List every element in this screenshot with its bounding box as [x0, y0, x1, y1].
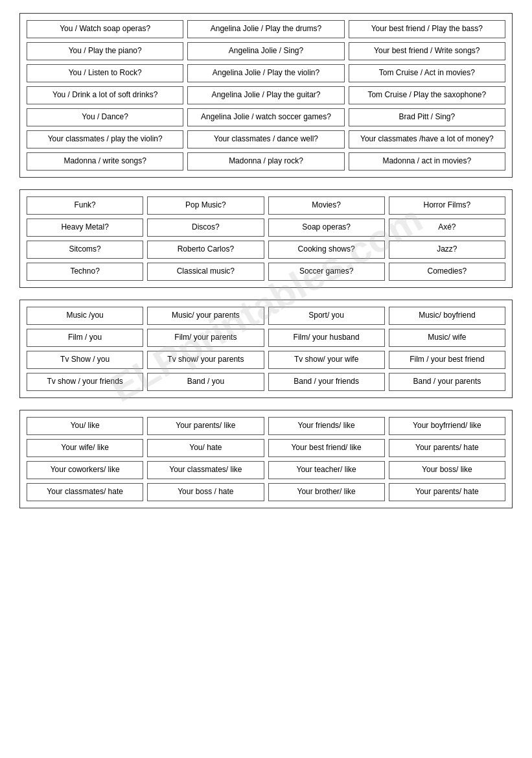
cell-section1-2-1: Angelina Jolie / Play the violin?	[187, 64, 344, 82]
section4-grid: You/ likeYour parents/ likeYour friends/…	[27, 417, 505, 501]
section-4: You/ likeYour parents/ likeYour friends/…	[19, 410, 513, 508]
cell-section1-1-1: Angelina Jolie / Sing?	[187, 42, 344, 60]
section2-grid: Funk?Pop Music?Movies?Horror Films?Heavy…	[27, 196, 505, 281]
cell-section3-3-2: Band / your friends	[268, 373, 385, 391]
cell-section2-1-0: Heavy Metal?	[27, 219, 143, 237]
cell-section4-2-0: Your coworkers/ like	[27, 461, 143, 479]
cell-section1-4-2: Brad Pitt / Sing?	[349, 108, 505, 126]
cell-section1-3-1: Angelina Jolie / Play the guitar?	[187, 86, 344, 104]
section3-grid: Music /youMusic/ your parentsSport/ youM…	[27, 307, 505, 391]
section-2: Funk?Pop Music?Movies?Horror Films?Heavy…	[19, 189, 513, 288]
cell-section4-2-1: Your classmates/ like	[147, 461, 264, 479]
section-1: You / Watch soap operas?Angelina Jolie /…	[19, 13, 513, 178]
cell-section2-2-3: Jazz?	[389, 241, 505, 259]
cell-section2-2-0: Sitcoms?	[27, 241, 143, 259]
cell-section4-2-2: Your teacher/ like	[268, 461, 385, 479]
cell-section3-1-3: Music/ wife	[389, 329, 505, 347]
cell-section4-3-2: Your brother/ like	[268, 483, 385, 501]
cell-section4-2-3: Your boss/ like	[389, 461, 505, 479]
cell-section3-1-1: Film/ your parents	[147, 329, 264, 347]
cell-section3-1-0: Film / you	[27, 329, 143, 347]
cell-section1-5-1: Your classmates / dance well?	[187, 130, 344, 148]
cell-section1-4-0: You / Dance?	[27, 108, 183, 126]
cell-section2-1-2: Soap operas?	[268, 219, 385, 237]
cell-section4-3-3: Your parents/ hate	[389, 483, 505, 501]
cell-section2-1-3: Axé?	[389, 219, 505, 237]
cell-section1-4-1: Angelina Jolie / watch soccer games?	[187, 108, 344, 126]
cell-section3-3-1: Band / you	[147, 373, 264, 391]
cell-section4-0-0: You/ like	[27, 417, 143, 435]
cell-section2-3-2: Soccer games?	[268, 263, 385, 281]
cell-section4-3-0: Your classmates/ hate	[27, 483, 143, 501]
cell-section1-2-0: You / Listen to Rock?	[27, 64, 183, 82]
cell-section4-1-0: Your wife/ like	[27, 439, 143, 457]
cell-section1-6-0: Madonna / write songs?	[27, 152, 183, 171]
cell-section1-2-2: Tom Cruise / Act in movies?	[349, 64, 505, 82]
cell-section3-0-3: Music/ boyfriend	[389, 307, 505, 325]
cell-section3-2-1: Tv show/ your parents	[147, 351, 264, 369]
cell-section1-0-0: You / Watch soap operas?	[27, 20, 183, 38]
cell-section2-2-2: Cooking shows?	[268, 241, 385, 259]
cell-section3-0-0: Music /you	[27, 307, 143, 325]
cell-section1-1-2: Your best friend / Write songs?	[349, 42, 505, 60]
cell-section2-0-0: Funk?	[27, 196, 143, 215]
cell-section1-5-0: Your classmates / play the violin?	[27, 130, 183, 148]
cell-section3-2-2: Tv show/ your wife	[268, 351, 385, 369]
cell-section4-1-2: Your best friend/ like	[268, 439, 385, 457]
cell-section1-6-1: Madonna / play rock?	[187, 152, 344, 171]
cell-section1-3-0: You / Drink a lot of soft drinks?	[27, 86, 183, 104]
cell-section2-0-1: Pop Music?	[147, 196, 264, 215]
cell-section2-0-2: Movies?	[268, 196, 385, 215]
cell-section3-2-0: Tv Show / you	[27, 351, 143, 369]
cell-section2-3-0: Techno?	[27, 263, 143, 281]
cell-section4-0-3: Your boyfrriend/ like	[389, 417, 505, 435]
cell-section1-0-2: Your best friend / Play the bass?	[349, 20, 505, 38]
cell-section3-0-1: Music/ your parents	[147, 307, 264, 325]
cell-section1-6-2: Madonna / act in movies?	[349, 152, 505, 171]
cell-section3-2-3: Film / your best friend	[389, 351, 505, 369]
section-3: Music /youMusic/ your parentsSport/ youM…	[19, 300, 513, 398]
cell-section3-0-2: Sport/ you	[268, 307, 385, 325]
cell-section2-3-1: Classical music?	[147, 263, 264, 281]
cell-section2-0-3: Horror Films?	[389, 196, 505, 215]
cell-section3-1-2: Film/ your husband	[268, 329, 385, 347]
cell-section2-1-1: Discos?	[147, 219, 264, 237]
cell-section4-1-3: Your parents/ hate	[389, 439, 505, 457]
cell-section3-3-0: Tv show / your friends	[27, 373, 143, 391]
cell-section1-5-2: Your classmates /have a lot of money?	[349, 130, 505, 148]
cell-section2-2-1: Roberto Carlos?	[147, 241, 264, 259]
section1-grid: You / Watch soap operas?Angelina Jolie /…	[27, 20, 505, 171]
cell-section4-3-1: Your boss / hate	[147, 483, 264, 501]
cell-section2-3-3: Comedies?	[389, 263, 505, 281]
cell-section4-1-1: You/ hate	[147, 439, 264, 457]
cell-section1-1-0: You / Play the piano?	[27, 42, 183, 60]
cell-section1-0-1: Angelina Jolie / Play the drums?	[187, 20, 344, 38]
cell-section4-0-1: Your parents/ like	[147, 417, 264, 435]
cell-section1-3-2: Tom Cruise / Play the saxophone?	[349, 86, 505, 104]
cell-section3-3-3: Band / your parents	[389, 373, 505, 391]
cell-section4-0-2: Your friends/ like	[268, 417, 385, 435]
